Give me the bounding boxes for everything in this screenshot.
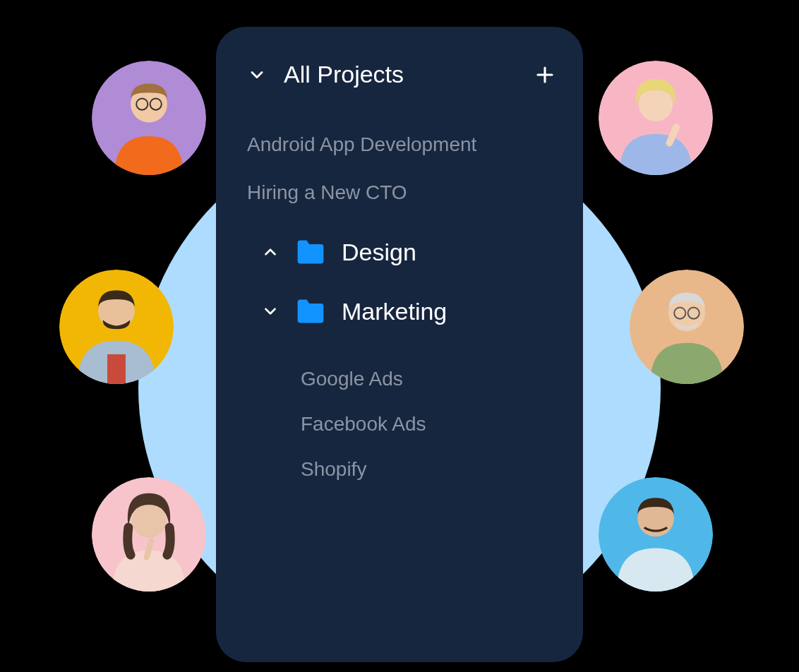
avatar bbox=[92, 477, 206, 592]
folder-design[interactable]: Design bbox=[241, 222, 558, 282]
sub-project-item[interactable]: Google Ads bbox=[241, 356, 558, 402]
avatar bbox=[599, 61, 713, 175]
folder-icon bbox=[295, 236, 326, 268]
project-item[interactable]: Hiring a New CTO bbox=[241, 169, 558, 217]
folder-marketing[interactable]: Marketing bbox=[241, 282, 558, 341]
svg-rect-7 bbox=[107, 354, 126, 384]
projects-panel: All Projects Android App Development Hir… bbox=[216, 27, 583, 662]
sub-project-item[interactable]: Facebook Ads bbox=[241, 402, 558, 447]
avatar bbox=[92, 61, 206, 175]
folder-label: Design bbox=[342, 239, 416, 266]
chevron-down-icon[interactable] bbox=[261, 302, 280, 320]
avatar bbox=[630, 270, 744, 384]
svg-point-14 bbox=[132, 503, 167, 538]
project-item[interactable]: Android App Development bbox=[241, 121, 558, 169]
panel-header: All Projects bbox=[241, 61, 558, 88]
sub-project-item[interactable]: Shopify bbox=[241, 447, 558, 492]
avatar bbox=[59, 270, 174, 384]
panel-title: All Projects bbox=[284, 61, 515, 88]
chevron-down-icon[interactable] bbox=[247, 65, 267, 85]
chevron-up-icon[interactable] bbox=[261, 243, 280, 261]
add-project-button[interactable] bbox=[532, 62, 558, 88]
folder-icon bbox=[295, 296, 326, 327]
avatar bbox=[599, 477, 713, 592]
folder-label: Marketing bbox=[342, 298, 447, 325]
